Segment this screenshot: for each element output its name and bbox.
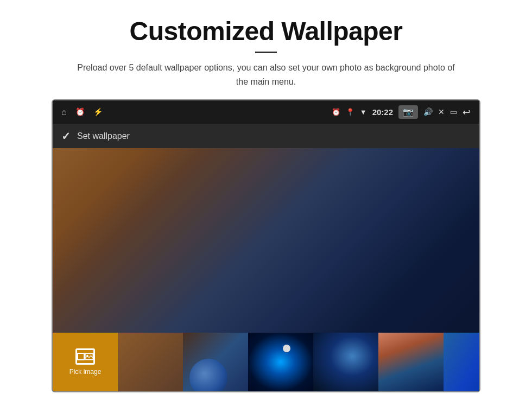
page-wrapper: Customized Wallpaper Preload over 5 defa… — [0, 0, 532, 394]
pick-image-label: Pick image — [69, 368, 102, 376]
action-bar: ✓ Set wallpaper — [53, 124, 479, 148]
thumbnails-strip: Pick image — [53, 333, 479, 391]
volume-icon[interactable]: 🔊 — [423, 107, 433, 117]
home-icon[interactable]: ⌂ — [61, 107, 67, 117]
pick-image-thumb[interactable]: Pick image — [53, 333, 118, 391]
location-icon: 📍 — [346, 108, 354, 117]
thumb4-stars — [313, 333, 378, 391]
device-frame: ⌂ ⏰ ⚡ ⏰ 📍 ▼ 20:22 📷 🔊 ✕ ▭ ↩ ✓ Set wallpa… — [52, 99, 480, 392]
image-placeholder-icon — [85, 352, 93, 361]
action-label: Set wallpaper — [77, 131, 130, 141]
page-title: Customized Wallpaper — [11, 16, 521, 46]
title-section: Customized Wallpaper Preload over 5 defa… — [11, 16, 521, 88]
thumb2-planet — [189, 359, 227, 391]
back-icon[interactable]: ↩ — [463, 106, 471, 118]
status-left-icons: ⌂ ⏰ ⚡ — [61, 107, 103, 117]
wallpaper-thumb-3[interactable] — [248, 333, 313, 391]
window-icon[interactable]: ▭ — [450, 107, 457, 117]
status-right-icons: ⏰ 📍 ▼ 20:22 📷 🔊 ✕ ▭ ↩ — [332, 105, 471, 119]
wallpaper-thumb-6[interactable] — [444, 333, 479, 391]
status-bar: ⌂ ⏰ ⚡ ⏰ 📍 ▼ 20:22 📷 🔊 ✕ ▭ ↩ — [53, 100, 479, 124]
usb-icon: ⚡ — [93, 107, 103, 117]
stars-overlay — [53, 148, 479, 333]
wifi-icon: ▼ — [360, 108, 367, 117]
title-divider — [255, 52, 277, 53]
subtitle: Preload over 5 default wallpaper options… — [76, 61, 456, 88]
close-icon[interactable]: ✕ — [438, 107, 445, 117]
wallpaper-thumb-5[interactable] — [378, 333, 444, 391]
check-icon[interactable]: ✓ — [61, 130, 71, 143]
thumb3-stars — [248, 333, 313, 391]
wallpaper-thumb-1[interactable] — [118, 333, 183, 391]
wallpaper-thumb-4[interactable] — [313, 333, 378, 391]
status-time: 20:22 — [372, 107, 393, 117]
wallpaper-display — [53, 148, 479, 333]
thumb3-moon — [283, 345, 290, 352]
alarm-icon: ⏰ — [75, 107, 85, 117]
camera-icon[interactable]: 📷 — [398, 105, 418, 119]
wallpaper-thumb-2[interactable] — [183, 333, 248, 391]
alarm-right-icon: ⏰ — [332, 108, 340, 117]
pick-image-icon — [75, 348, 95, 365]
